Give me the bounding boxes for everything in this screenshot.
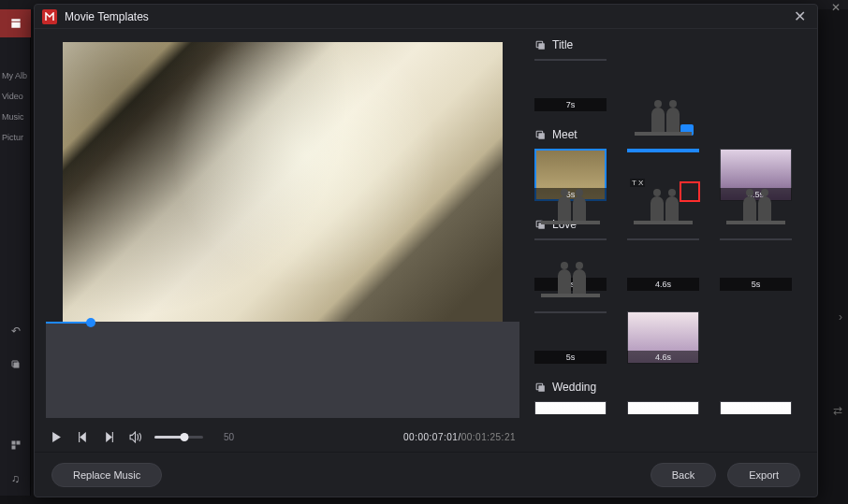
step-forward-icon[interactable]	[102, 430, 115, 443]
volume-slider[interactable]	[154, 436, 203, 439]
volume-thumb[interactable]	[181, 433, 189, 441]
template-duration: 4.6s	[627, 278, 699, 291]
sidebar-bottom: ↶ ♫	[0, 314, 31, 496]
template-thumb[interactable]: 4.6s	[627, 238, 699, 291]
play-icon[interactable]	[50, 430, 63, 443]
swap-icon[interactable]: ⇄	[833, 404, 842, 417]
template-thumb[interactable]: 4.5s	[720, 149, 792, 201]
right-arrow-icon[interactable]: ›	[839, 310, 842, 324]
seek-thumb[interactable]	[86, 318, 95, 327]
template-duration: 7s	[534, 98, 607, 111]
template-thumb[interactable]: 5s	[720, 238, 792, 291]
template-thumb[interactable]: 5s	[534, 311, 607, 364]
template-thumb[interactable]	[627, 401, 699, 414]
template-image	[534, 401, 607, 414]
photo-badge-icon	[680, 124, 694, 136]
sidebar-item-music[interactable]: Music	[0, 107, 31, 127]
preview-pane: 50 00:00:07:01/00:01:25:21	[35, 29, 531, 452]
template-duration: 4.5s	[720, 188, 792, 201]
template-image	[534, 311, 607, 313]
template-image	[534, 238, 607, 240]
modal-footer: Replace Music Back Export	[35, 452, 817, 497]
export-button[interactable]: Export	[727, 463, 800, 487]
current-time: 00:00:07:01	[403, 432, 458, 442]
media-icon[interactable]	[0, 9, 31, 37]
copy-icon[interactable]	[0, 348, 31, 382]
preview-frame	[40, 42, 525, 322]
svg-rect-3	[16, 441, 20, 445]
app-logo-icon	[42, 9, 57, 24]
duration: 00:01:25:21	[461, 432, 516, 442]
template-image	[627, 401, 699, 414]
svg-rect-11	[538, 385, 545, 392]
seek-bar[interactable]	[46, 322, 519, 418]
sidebar-item-my-album[interactable]: My Alb	[0, 65, 31, 86]
undo-icon[interactable]: ↶	[0, 314, 31, 348]
template-duration: 5s	[720, 278, 792, 291]
template-grid-wedding	[534, 401, 806, 414]
section-name: Title	[552, 38, 573, 51]
template-duration: 5s	[534, 188, 607, 201]
music-note-icon[interactable]: ♫	[0, 462, 31, 496]
svg-rect-4	[11, 446, 15, 450]
sidebar-labels: My Alb Video Music Pictur	[0, 65, 31, 148]
replace-music-button[interactable]: Replace Music	[51, 463, 162, 487]
template-thumb[interactable]	[720, 401, 792, 414]
app-sidebar: My Alb Video Music Pictur ↶ ♫	[0, 9, 31, 496]
sidebar-item-video[interactable]: Video	[0, 86, 31, 107]
close-icon[interactable]: ✕	[790, 7, 810, 25]
step-back-icon[interactable]	[76, 430, 89, 443]
movie-templates-modal: Movie Templates ✕ 50	[34, 4, 818, 497]
time-display: 00:00:07:01/00:01:25:21	[403, 432, 516, 442]
svg-rect-0	[13, 363, 19, 368]
app-close-icon[interactable]: ✕	[831, 1, 841, 14]
template-thumb[interactable]: T X	[627, 149, 699, 201]
template-duration: 4.6s	[627, 351, 699, 364]
template-thumb[interactable]	[534, 401, 607, 414]
section-header-title: Title	[534, 38, 806, 51]
template-thumb[interactable]: 5s	[534, 149, 607, 201]
template-duration: 5s	[534, 351, 607, 364]
svg-rect-2	[11, 441, 15, 445]
template-image	[720, 238, 792, 240]
preview-image	[63, 42, 503, 322]
modal-header: Movie Templates ✕	[35, 5, 817, 29]
seek-fill	[46, 322, 91, 324]
template-icon[interactable]	[0, 428, 31, 462]
templates-panel: Title7sMeet5sT X4.5sLove5s4.6s5s5s4.6sWe…	[531, 29, 817, 452]
template-grid-love: 5s4.6s5s5s4.6s	[534, 238, 806, 364]
volume-icon[interactable]	[128, 430, 141, 443]
highlight-box	[680, 181, 700, 202]
modal-title: Movie Templates	[65, 10, 790, 23]
template-badges: T X	[630, 179, 645, 187]
template-thumb[interactable]: 7s	[534, 59, 607, 111]
template-image	[534, 59, 607, 61]
template-image	[720, 401, 792, 414]
template-image	[627, 238, 699, 240]
preview-controls: 50 00:00:07:01/00:01:25:21	[40, 425, 525, 448]
template-image	[627, 149, 699, 152]
section-header-wedding: Wedding	[534, 381, 806, 394]
template-thumb[interactable]: 4.6s	[627, 311, 699, 364]
back-button[interactable]: Back	[651, 463, 716, 487]
sidebar-item-picture[interactable]: Pictur	[0, 127, 31, 148]
section-name: Wedding	[552, 381, 596, 394]
speed-value: 50	[224, 432, 234, 442]
svg-rect-5	[538, 43, 545, 50]
svg-rect-7	[538, 133, 545, 139]
section-name: Meet	[552, 128, 578, 141]
